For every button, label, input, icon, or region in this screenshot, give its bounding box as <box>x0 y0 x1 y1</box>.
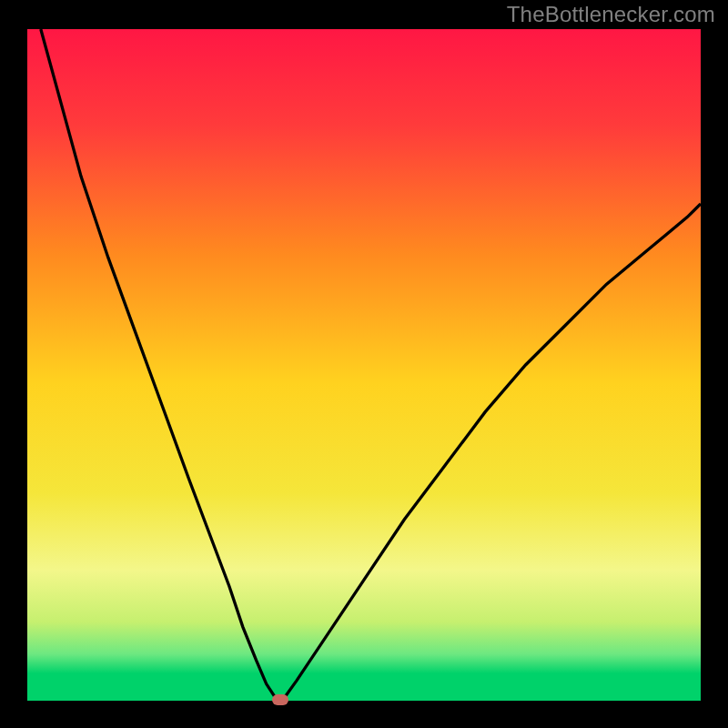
curve-svg <box>27 29 701 701</box>
v-curve-path <box>41 29 701 700</box>
watermark-text: TheBottlenecker.com <box>507 2 715 27</box>
chart-stage: TheBottlenecker.com <box>0 0 728 728</box>
minimum-marker <box>272 694 288 705</box>
plot-area <box>27 29 701 701</box>
